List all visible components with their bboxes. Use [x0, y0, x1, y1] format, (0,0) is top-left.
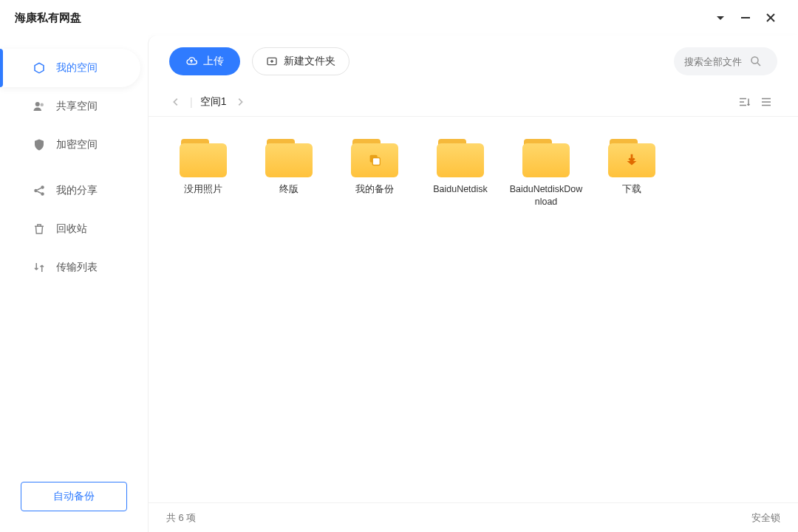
sidebar-item-label: 传输列表 [56, 261, 98, 274]
breadcrumb-current[interactable]: 空间1 [200, 95, 227, 109]
statusbar: 共 6 项 安全锁 [149, 502, 798, 532]
breadcrumb-back-button[interactable] [169, 95, 183, 109]
folder-icon [180, 139, 227, 177]
content-area: 上传 新建文件夹 | 空间1 [148, 35, 798, 532]
svg-point-4 [41, 185, 44, 189]
toolbar: 上传 新建文件夹 [149, 35, 798, 87]
svg-point-1 [35, 102, 40, 106]
share-icon [33, 184, 46, 197]
folder-item[interactable]: 没用照片 [160, 134, 246, 213]
folder-item[interactable]: 下载 [589, 134, 675, 213]
sidebar-item-transfer-list[interactable]: 传输列表 [0, 248, 140, 287]
chevron-right-icon [233, 95, 247, 109]
folder-icon [351, 139, 398, 177]
sidebar-item-recycle-bin[interactable]: 回收站 [0, 210, 140, 248]
trash-icon [33, 222, 46, 236]
folder-icon [265, 139, 313, 177]
folder-item[interactable]: 我的备份 [332, 134, 417, 213]
search-input[interactable] [684, 56, 743, 67]
folder-name: 没用照片 [184, 183, 222, 196]
status-count: 共 6 项 [166, 511, 196, 525]
minimize-button[interactable] [733, 5, 758, 30]
sidebar-item-encrypted-space[interactable]: 加密空间 [0, 126, 140, 164]
dropdown-icon[interactable] [708, 5, 733, 30]
svg-rect-0 [741, 17, 750, 18]
upload-button-label: 上传 [203, 55, 224, 68]
cloud-upload-icon [185, 55, 197, 67]
svg-rect-9 [372, 157, 380, 165]
sort-button[interactable] [733, 91, 755, 113]
folder-name: 下载 [622, 183, 641, 196]
sidebar-item-label: 共享空间 [56, 100, 98, 113]
search-icon [749, 55, 763, 68]
security-lock-button[interactable]: 安全锁 [751, 511, 780, 525]
svg-point-7 [751, 57, 758, 64]
folder-icon [608, 139, 655, 177]
copy-overlay-icon [366, 151, 383, 168]
auto-backup-button[interactable]: 自动备份 [21, 482, 127, 511]
app-title: 海康私有网盘 [15, 11, 81, 25]
sidebar-item-label: 回收站 [56, 222, 87, 236]
folder-icon [522, 139, 570, 177]
folder-item[interactable]: BaiduNetdiskDownload [503, 134, 589, 213]
breadcrumb-row: | 空间1 [149, 87, 798, 117]
folder-item[interactable]: 终版 [246, 134, 332, 213]
sidebar-item-my-share[interactable]: 我的分享 [0, 171, 140, 210]
sidebar-item-label: 加密空间 [56, 138, 98, 151]
folder-name: 终版 [279, 183, 299, 196]
shield-icon [33, 138, 46, 151]
new-folder-button-label: 新建文件夹 [284, 55, 335, 68]
upload-button[interactable]: 上传 [169, 47, 240, 75]
download-overlay-icon [624, 151, 640, 168]
close-button[interactable] [758, 5, 783, 30]
folder-item[interactable]: BaiduNetdisk [417, 134, 503, 213]
svg-point-5 [41, 192, 44, 196]
cube-icon [33, 61, 46, 75]
titlebar: 海康私有网盘 [0, 0, 798, 35]
sidebar-item-my-space[interactable]: 我的空间 [0, 49, 140, 87]
svg-point-3 [34, 189, 38, 193]
folder-name: BaiduNetdisk [433, 183, 488, 196]
search-box[interactable] [674, 47, 777, 75]
folder-name: 我的备份 [355, 183, 394, 196]
sidebar-item-shared-space[interactable]: 共享空间 [0, 87, 140, 126]
new-folder-icon [266, 55, 278, 67]
breadcrumb-separator: | [190, 96, 193, 108]
sidebar: 我的空间 共享空间 加密空间 我的分享 回收站 [0, 35, 148, 532]
sidebar-item-label: 我的空间 [56, 61, 98, 75]
folder-icon [437, 139, 484, 177]
view-toggle-button[interactable] [755, 91, 777, 113]
transfer-icon [33, 261, 46, 274]
folder-name: BaiduNetdiskDownload [508, 183, 584, 208]
file-grid: 没用照片终版我的备份BaiduNetdiskBaiduNetdiskDownlo… [149, 117, 798, 502]
sidebar-item-label: 我的分享 [56, 184, 98, 197]
new-folder-button[interactable]: 新建文件夹 [252, 47, 349, 75]
svg-point-2 [41, 103, 44, 107]
people-icon [33, 100, 46, 113]
